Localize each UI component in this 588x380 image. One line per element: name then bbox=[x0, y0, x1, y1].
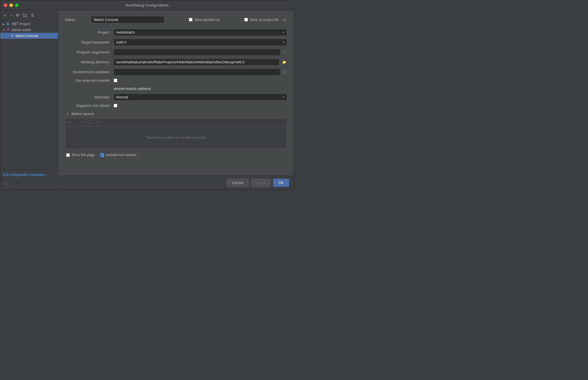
show-this-page-checkbox[interactable] bbox=[66, 153, 70, 157]
config-area: Name: Allow parallel run Store as projec… bbox=[58, 10, 294, 176]
verbosity-select[interactable]: Normal Quiet Minimal Detailed Diagnostic bbox=[114, 94, 287, 101]
project-row: Project: HelloWatch bbox=[65, 29, 287, 36]
verbosity-select-wrapper: Normal Quiet Minimal Detailed Diagnostic bbox=[114, 94, 287, 101]
no-tasks-text: There are no tasks to run before launch bbox=[146, 136, 206, 140]
project-label: Project: bbox=[65, 30, 110, 34]
help-button[interactable]: ? bbox=[3, 181, 10, 188]
allow-parallel-checkbox[interactable] bbox=[189, 18, 193, 21]
before-launch-header: ▼ Before launch bbox=[65, 112, 287, 116]
apply-button[interactable]: Apply bbox=[251, 179, 271, 187]
name-label: Name: bbox=[65, 18, 88, 22]
suppress-hot-reload-label: Suppress hot reload: bbox=[65, 103, 110, 108]
gear-button[interactable]: ⚙ bbox=[282, 17, 287, 23]
sidebar-item-watch-console[interactable]: 👁 Watch Console bbox=[0, 33, 58, 39]
dotnet-watch-section-header: dotnet-watch options bbox=[114, 87, 287, 91]
bottom-checkboxes: Show this page Activate tool window bbox=[65, 153, 287, 157]
working-directory-label: Working directory: bbox=[65, 60, 110, 64]
project-select[interactable]: HelloWatch bbox=[114, 29, 287, 36]
target-framework-label: Target framework: bbox=[65, 40, 110, 44]
allow-parallel-label: Allow parallel run bbox=[194, 18, 220, 22]
activate-tool-window-item: Activate tool window bbox=[100, 153, 137, 157]
net-project-icon: N̈ bbox=[7, 22, 9, 26]
chevron-right-icon: ▶ bbox=[3, 23, 5, 26]
working-directory-row: Working directory: 📁 bbox=[65, 59, 287, 66]
program-arguments-input[interactable] bbox=[114, 49, 281, 56]
use-external-console-checkbox[interactable] bbox=[114, 79, 117, 82]
window-title: Run/Debug Configurations bbox=[125, 3, 168, 7]
browse-directory-button[interactable]: 📁 bbox=[282, 60, 287, 65]
use-external-console-row: Use external console: bbox=[65, 78, 287, 83]
store-project-checkbox[interactable] bbox=[244, 18, 248, 21]
traffic-lights bbox=[4, 3, 19, 7]
net-project-label: .NET Project bbox=[11, 22, 30, 26]
move-task-up-button[interactable]: ▲ bbox=[87, 120, 94, 125]
action-right: Cancel Apply OK bbox=[226, 179, 289, 187]
sidebar-item-dotnet-watch[interactable]: ▼ 👁 dotnet-watch bbox=[0, 27, 58, 33]
project-control: HelloWatch bbox=[114, 29, 287, 36]
watch-icon: 👁 bbox=[7, 28, 10, 32]
watch-console-icon: 👁 bbox=[10, 34, 14, 38]
maximize-button[interactable] bbox=[15, 3, 19, 7]
sidebar: + − ⧉ ⇅ ▶ N̈ .NET Project ▼ 👁 dotn bbox=[0, 10, 58, 190]
environment-variables-label: Environment variables: bbox=[65, 70, 110, 74]
expand-arguments-button[interactable]: ⤢ bbox=[283, 50, 287, 55]
edit-task-button[interactable]: ✎ bbox=[79, 120, 86, 125]
program-arguments-label: Program arguments: bbox=[65, 50, 110, 54]
use-external-console-control bbox=[114, 79, 287, 82]
sidebar-item-net-project[interactable]: ▶ N̈ .NET Project bbox=[0, 21, 58, 27]
chevron-down-icon: ▼ bbox=[3, 28, 5, 31]
remove-task-button[interactable]: − bbox=[73, 120, 78, 125]
add-task-button[interactable]: + bbox=[67, 120, 72, 125]
before-launch-section: ▼ Before launch + − ✎ ▲ ▼ There are no t… bbox=[65, 112, 287, 149]
remove-config-button[interactable]: − bbox=[9, 12, 13, 18]
program-arguments-row: Program arguments: ⤢ bbox=[65, 49, 287, 56]
use-external-console-label: Use external console: bbox=[65, 78, 110, 83]
verbosity-control: Normal Quiet Minimal Detailed Diagnostic bbox=[114, 94, 287, 101]
ok-button[interactable]: OK bbox=[273, 179, 289, 187]
show-this-page-item: Show this page bbox=[66, 153, 95, 157]
name-input[interactable] bbox=[91, 16, 165, 23]
working-directory-input[interactable] bbox=[114, 59, 279, 66]
move-task-down-button[interactable]: ▼ bbox=[95, 120, 101, 125]
store-project-group: Store as project file bbox=[244, 18, 279, 22]
dotnet-watch-label: dotnet-watch bbox=[12, 28, 31, 32]
activate-tool-window-checkbox[interactable] bbox=[100, 153, 104, 157]
before-launch-content: There are no tasks to run before launch bbox=[65, 126, 287, 149]
target-framework-select-wrapper: net6.0 bbox=[114, 39, 287, 46]
copy-config-button[interactable]: ⧉ bbox=[15, 12, 20, 18]
close-button[interactable] bbox=[4, 3, 7, 7]
environment-variables-control: ☰ bbox=[114, 68, 287, 75]
environment-variables-row: Environment variables: ☰ bbox=[65, 68, 287, 75]
sidebar-tree: ▶ N̈ .NET Project ▼ 👁 dotnet-watch 👁 Wat… bbox=[0, 20, 58, 170]
verbosity-label: Verbosity: bbox=[65, 95, 110, 99]
watch-console-label: Watch Console bbox=[16, 34, 38, 38]
name-row: Name: Allow parallel run Store as projec… bbox=[65, 16, 287, 23]
before-launch-collapse-button[interactable]: ▼ bbox=[66, 112, 69, 116]
action-bar: Cancel Apply OK bbox=[58, 176, 294, 190]
suppress-hot-reload-checkbox[interactable] bbox=[114, 104, 117, 107]
edit-templates-link[interactable]: Edit configuration templates... bbox=[3, 173, 48, 177]
minimize-button[interactable] bbox=[9, 3, 13, 7]
project-select-wrapper: HelloWatch bbox=[114, 29, 287, 36]
suppress-hot-reload-row: Suppress hot reload: bbox=[65, 103, 287, 108]
sidebar-footer: Edit configuration templates... bbox=[0, 170, 58, 179]
activate-tool-window-label: Activate tool window bbox=[106, 153, 137, 157]
store-project-label: Store as project file bbox=[250, 18, 279, 22]
working-directory-control: 📁 bbox=[114, 59, 287, 66]
target-framework-control: net6.0 bbox=[114, 39, 287, 46]
add-config-button[interactable]: + bbox=[3, 12, 7, 18]
target-framework-select[interactable]: net6.0 bbox=[114, 39, 287, 46]
environment-variables-input[interactable] bbox=[114, 68, 280, 75]
main-content: + − ⧉ ⇅ ▶ N̈ .NET Project ▼ 👁 dotn bbox=[0, 10, 294, 190]
right-panel: Name: Allow parallel run Store as projec… bbox=[58, 10, 294, 190]
before-launch-label: Before launch bbox=[72, 112, 94, 116]
suppress-hot-reload-control bbox=[114, 104, 287, 107]
edit-env-vars-button[interactable]: ☰ bbox=[283, 70, 287, 75]
move-to-folder-button[interactable] bbox=[22, 13, 28, 18]
sort-button[interactable]: ⇅ bbox=[30, 12, 35, 18]
verbosity-row: Verbosity: Normal Quiet Minimal Detailed… bbox=[65, 94, 287, 101]
title-bar: Run/Debug Configurations bbox=[0, 0, 294, 10]
target-framework-row: Target framework: net6.0 bbox=[65, 39, 287, 46]
cancel-button[interactable]: Cancel bbox=[226, 179, 248, 187]
sidebar-help: ? bbox=[0, 179, 58, 190]
